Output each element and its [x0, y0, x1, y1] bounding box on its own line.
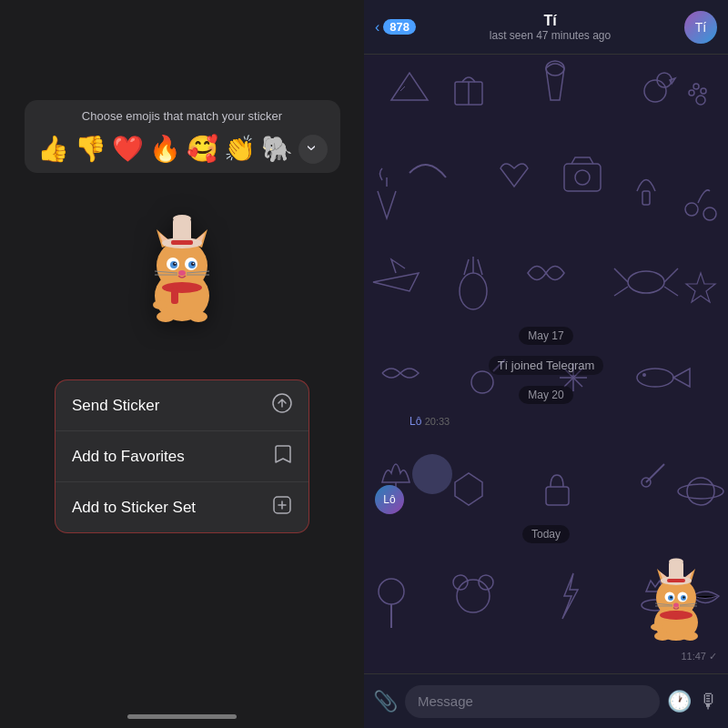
- header-center: Tí last seen 47 minutes ago: [416, 13, 684, 42]
- date-divider-today: Today: [522, 525, 570, 543]
- chat-header: ‹ 878 Tí last seen 47 minutes ago Tí: [364, 0, 728, 55]
- svg-point-14: [178, 270, 186, 276]
- header-back[interactable]: ‹ 878: [375, 19, 416, 35]
- send-sticker-label: Send Sticker: [72, 397, 159, 415]
- svg-point-90: [654, 632, 671, 641]
- svg-rect-24: [171, 288, 178, 304]
- svg-point-78: [670, 596, 672, 598]
- emoji-thumbsup[interactable]: 👍: [37, 134, 69, 164]
- contact-avatar[interactable]: Tí: [684, 11, 717, 44]
- message-sticker-lo: [410, 430, 455, 514]
- emoji-clap[interactable]: 👏: [224, 134, 256, 164]
- home-indicator: [127, 714, 237, 719]
- message-bubble-lo: Lô 20:33: [410, 415, 455, 514]
- send-sticker-item[interactable]: Send Sticker: [56, 380, 308, 431]
- svg-point-67: [412, 454, 452, 494]
- back-count[interactable]: 878: [383, 19, 416, 35]
- clock-icon[interactable]: 🕐: [667, 690, 692, 713]
- sticker-content: 11:47 ✓: [635, 554, 717, 662]
- emoji-smile[interactable]: 🥰: [187, 134, 218, 164]
- emoji-thumbsdown[interactable]: 👎: [75, 134, 106, 164]
- emoji-more-button[interactable]: [298, 135, 328, 164]
- message-input[interactable]: [405, 685, 660, 718]
- back-chevron-icon: ‹: [375, 19, 379, 35]
- svg-point-23: [162, 282, 202, 293]
- svg-point-80: [673, 603, 679, 608]
- svg-point-91: [682, 632, 698, 641]
- sender-avatar-lo: Lô: [375, 485, 404, 514]
- svg-point-13: [193, 263, 195, 265]
- sender-name-lo: Lô 20:33: [410, 415, 455, 428]
- date-divider-may17: May 17: [519, 327, 572, 345]
- bookmark-icon: [274, 444, 292, 469]
- left-panel: Choose emojis that match your sticker 👍 …: [0, 0, 364, 728]
- right-panel: ‹ 878 Tí last seen 47 minutes ago Tí May…: [364, 0, 728, 728]
- sticker-message-right: 11:47 ✓: [635, 554, 717, 662]
- send-icon: [272, 393, 292, 418]
- chat-input-bar: 📎 🕐 🎙: [364, 673, 728, 728]
- emoji-heart[interactable]: ❤️: [112, 134, 144, 164]
- emoji-fire[interactable]: 🔥: [149, 134, 181, 164]
- attach-icon[interactable]: 📎: [373, 690, 398, 713]
- add-sticker-set-label: Add to Sticker Set: [72, 499, 196, 517]
- message-row-lo: Lô Lô 20:33: [375, 415, 717, 514]
- svg-point-27: [153, 300, 167, 309]
- emoji-hint: Choose emojis that match your sticker: [82, 109, 282, 123]
- context-menu: Send Sticker Add to Favorites Add to Sti…: [55, 379, 309, 533]
- svg-point-26: [189, 311, 207, 322]
- chat-name: Tí: [416, 13, 684, 29]
- chat-status: last seen 47 minutes ago: [416, 29, 684, 42]
- svg-point-12: [175, 263, 177, 265]
- date-divider-may20: May 20: [519, 386, 572, 404]
- emoji-row: 👍 👎 ❤️ 🔥 🥰 👏 🐘: [37, 134, 328, 164]
- sticker-add-icon: [272, 495, 292, 520]
- add-sticker-set-item[interactable]: Add to Sticker Set: [56, 482, 308, 532]
- svg-rect-88: [667, 579, 685, 582]
- add-favorites-label: Add to Favorites: [72, 448, 185, 466]
- emoji-picker: Choose emojis that match your sticker 👍 …: [25, 100, 340, 173]
- svg-rect-20: [173, 218, 191, 244]
- sticker-preview: [127, 209, 237, 343]
- svg-point-21: [173, 215, 191, 222]
- chat-messages: May 17 Tí joined Telegram May 20 Lô Lô 2…: [364, 55, 728, 673]
- svg-point-92: [651, 623, 663, 631]
- add-favorites-item[interactable]: Add to Favorites: [56, 431, 308, 482]
- svg-point-87: [669, 559, 683, 565]
- svg-rect-22: [171, 240, 193, 245]
- svg-point-79: [682, 596, 684, 598]
- emoji-elephant[interactable]: 🐘: [261, 134, 293, 164]
- mic-icon[interactable]: 🎙: [699, 690, 719, 713]
- system-message-joined: Tí joined Telegram: [489, 356, 604, 375]
- message-time-right: 11:47 ✓: [635, 651, 717, 662]
- svg-point-25: [157, 311, 175, 322]
- svg-point-89: [660, 611, 693, 620]
